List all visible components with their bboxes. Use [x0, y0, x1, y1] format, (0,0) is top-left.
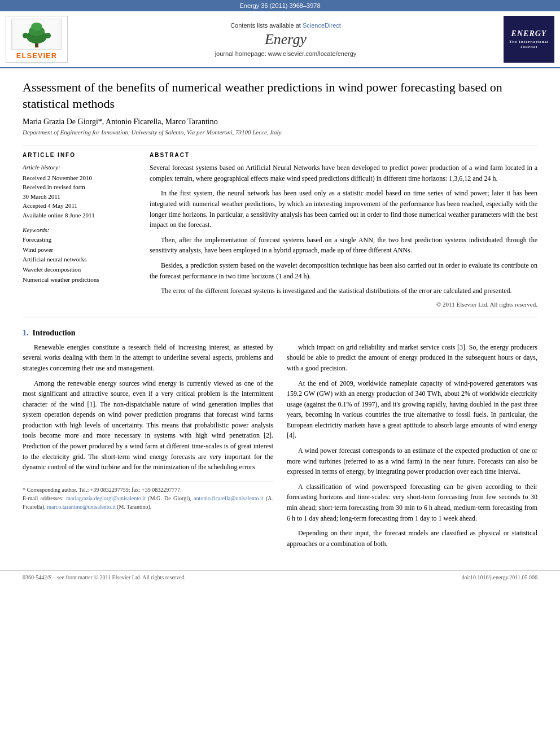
journal-center-info: Contents lists available at ScienceDirec…	[73, 16, 498, 63]
svg-point-5	[23, 33, 28, 38]
email2-link[interactable]: antonio.ficarella@unisalento.it	[194, 495, 264, 501]
tree-svg	[14, 20, 59, 49]
keywords-block: Keywords: Forecasting Wind power Artific…	[23, 226, 133, 285]
journal-name: Energy	[265, 31, 307, 48]
intro-section-title: 1. Introduction	[23, 329, 537, 338]
abstract-heading: ABSTRACT	[150, 152, 537, 158]
paper-title: Assessment of the benefits of numerical …	[23, 80, 537, 112]
abstract-p3: Then, after the implementation of foreca…	[150, 235, 537, 256]
abstract-p5: The error of the different forecast syst…	[150, 286, 537, 296]
history-label: Article history:	[23, 163, 133, 172]
footnotes: * Corresponding author. Tel.: +39 083229…	[23, 482, 273, 511]
intro-col2-p1: which impact on grid reliability and mar…	[287, 342, 537, 374]
intro-p1: Renewable energies constitute a research…	[23, 342, 273, 374]
copyright-line: © 2011 Elsevier Ltd. All rights reserved…	[150, 301, 537, 308]
journal-issue-bar: Energy 36 (2011) 3968–3978	[0, 0, 560, 11]
intro-p2: Among the renewable energy sources wind …	[23, 378, 273, 473]
abstract-text: Several forecast systems based on Artifi…	[150, 163, 537, 296]
intro-section-name: Introduction	[33, 329, 76, 337]
intro-col2-p5: Depending on their input, the forecast m…	[287, 528, 537, 549]
energy-logo-right: ENERGY The InternationalJournal	[504, 16, 554, 63]
intro-two-col: Renewable energies constitute a research…	[23, 342, 537, 554]
affiliation: Department of Engineering for Innovation…	[23, 129, 537, 136]
elsevier-brand-text: ELSEVIER	[16, 51, 57, 60]
kw-nwp: Numerical weather predictions	[23, 275, 133, 285]
divider-1	[23, 146, 537, 146]
received-date: Received 2 November 2010	[23, 173, 133, 183]
authors: Maria Grazia De Giorgi*, Antonio Ficarel…	[23, 117, 537, 126]
kw-wavelet: Wavelet decomposition	[23, 265, 133, 275]
svg-point-4	[31, 23, 42, 30]
footer-issn: 0360-5442/$ – see front matter © 2011 El…	[23, 574, 186, 580]
divider-2	[23, 317, 537, 317]
page-footer: 0360-5442/$ – see front matter © 2011 El…	[0, 570, 560, 584]
accepted-date: Accepted 4 May 2011	[23, 201, 133, 211]
sciencedirect-line: Contents lists available at ScienceDirec…	[230, 22, 341, 29]
svg-point-6	[45, 33, 51, 38]
energy-logo-sub: The InternationalJournal	[509, 40, 549, 49]
main-content: Assessment of the benefits of numerical …	[0, 68, 560, 565]
elsevier-tree-image	[11, 19, 62, 50]
article-info-abstract-section: ARTICLE INFO Article history: Received 2…	[23, 152, 537, 308]
kw-forecasting: Forecasting	[23, 235, 133, 245]
energy-logo-text: ENERGY	[511, 29, 547, 38]
footer-doi: doi:10.1016/j.energy.2011.05.006	[461, 574, 537, 580]
article-info-col: ARTICLE INFO Article history: Received 2…	[23, 152, 133, 308]
intro-col2-p4: A classification of wind power/speed for…	[287, 482, 537, 523]
intro-col-right: which impact on grid reliability and mar…	[287, 342, 537, 554]
abstract-p4: Besides, a prediction system based on th…	[150, 260, 537, 281]
email3-link[interactable]: marco.tarantino@unisalento.it	[47, 504, 115, 510]
journal-header: ELSEVIER Contents lists available at Sci…	[0, 11, 560, 68]
kw-ann: Artificial neural networks	[23, 255, 133, 265]
keywords-label: Keywords:	[23, 226, 133, 233]
introduction-section: 1. Introduction Renewable energies const…	[23, 329, 537, 554]
corresp-note: * Corresponding author. Tel.: +39 083229…	[23, 486, 273, 494]
intro-col-left: Renewable energies constitute a research…	[23, 342, 273, 554]
intro-section-num: 1.	[23, 329, 29, 337]
revised-label: Received in revised form	[23, 182, 133, 192]
abstract-p1: Several forecast systems based on Artifi…	[150, 163, 537, 184]
email-label: E-mail addresses:	[23, 495, 64, 501]
kw-wind-power: Wind power	[23, 245, 133, 255]
elsevier-logo: ELSEVIER	[6, 16, 68, 63]
email-notes: E-mail addresses: mariagrazia.degiorgi@u…	[23, 494, 273, 511]
abstract-p2: In the first system, the neural network …	[150, 188, 537, 230]
intro-col2-p3: A wind power forecast corresponds to an …	[287, 445, 537, 477]
article-info-heading: ARTICLE INFO	[23, 152, 133, 158]
revised-date: 30 March 2011	[23, 192, 133, 202]
journal-issue-text: Energy 36 (2011) 3968–3978	[239, 2, 320, 9]
article-history-block: Article history: Received 2 November 201…	[23, 163, 133, 220]
journal-homepage: journal homepage: www.elsevier.com/locat…	[215, 50, 357, 57]
email1-link[interactable]: mariagrazia.degiorgi@unisalento.it	[66, 495, 146, 501]
sciencedirect-link[interactable]: ScienceDirect	[303, 22, 341, 29]
email1-name: (M.G. De Giorgi),	[148, 495, 191, 501]
email3-name: (M. Tarantino).	[117, 504, 151, 510]
available-date: Available online 8 June 2011	[23, 211, 133, 220]
abstract-col: ABSTRACT Several forecast systems based …	[150, 152, 537, 308]
intro-col2-p2: At the end of 2009, worldwide nameplate …	[287, 378, 537, 442]
